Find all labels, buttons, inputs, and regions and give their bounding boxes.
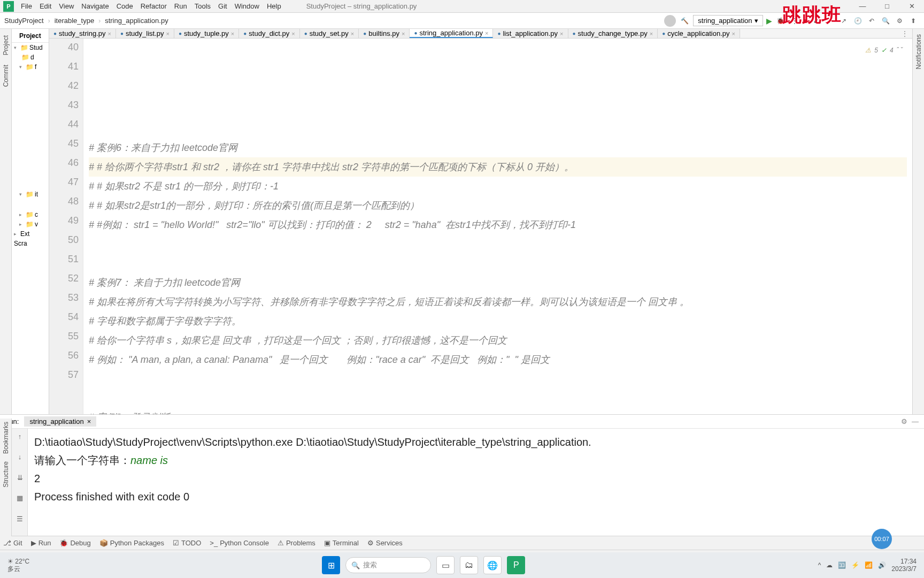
power-icon[interactable]: ⚡ <box>851 561 859 569</box>
code-line[interactable]: # 案例7： 来自于力扣 leetcode官网 <box>89 273 907 292</box>
window-close[interactable]: ✕ <box>899 0 924 13</box>
filter-icon[interactable]: ☰ <box>15 514 25 524</box>
hide-icon[interactable]: — <box>912 417 919 425</box>
hammer-icon[interactable]: 🔨 <box>679 17 690 25</box>
history-icon[interactable]: 🕘 <box>852 17 863 25</box>
code-line[interactable]: # 字母和数字都属于字母数字字符。 <box>89 311 907 331</box>
run-icon[interactable]: ▶ <box>766 17 772 25</box>
menu-tools[interactable]: Tools <box>191 2 214 10</box>
system-tray[interactable]: ^ ☁ 🈁 ⚡ 📶 🔊 17:34 2023/3/7 <box>818 558 924 573</box>
breadcrumb-folder[interactable]: iterable_type <box>50 17 98 25</box>
bottom-tool-problems[interactable]: ⚠Problems <box>278 539 315 547</box>
close-icon[interactable]: × <box>560 31 563 37</box>
weather-widget[interactable]: ☀ 22°C 多云 <box>0 558 29 573</box>
pycharm-taskbar-icon[interactable]: P <box>507 556 525 574</box>
menu-git[interactable]: Git <box>214 2 231 10</box>
tree-item[interactable]: f <box>35 63 36 71</box>
scroll-icon[interactable]: ⇊ <box>15 473 25 483</box>
inspection-status[interactable]: ⚠5 ✓4 ˆ ˇ <box>865 41 903 60</box>
close-icon[interactable]: × <box>87 417 91 425</box>
bottom-tool-services[interactable]: ⚙Services <box>367 539 403 547</box>
code-line[interactable] <box>89 369 907 389</box>
code-line[interactable]: # # 如果str2 不是 str1 的一部分，则打印：-1 <box>89 177 907 196</box>
editor-tab[interactable]: ●list_application.py× <box>493 29 568 38</box>
bottom-tool-run[interactable]: ▶Run <box>31 539 51 547</box>
code-line[interactable] <box>89 254 907 273</box>
menu-view[interactable]: View <box>55 2 78 10</box>
browser-icon[interactable]: 🌐 <box>483 556 502 574</box>
explorer-icon[interactable]: 🗂 <box>460 556 478 574</box>
nav-arrows[interactable]: ˆ ˇ <box>897 41 903 60</box>
volume-icon[interactable]: 🔊 <box>878 561 886 569</box>
bottom-tool-terminal[interactable]: ▣Terminal <box>324 539 359 547</box>
ime-icon[interactable]: 🈁 <box>838 561 846 569</box>
editor-tab[interactable]: ●study_list.py× <box>116 29 174 38</box>
code-line[interactable]: # 如果在将所有大写字符转换为小写字符、并移除所有非字母数字字符之后，短语正着读… <box>89 292 907 311</box>
code-line[interactable] <box>89 234 907 254</box>
run-console[interactable]: D:\tiaotiao\Study\StudyProject\venv\Scri… <box>28 429 924 536</box>
code-line[interactable]: # # 给你两个字符串str1 和 str2 ，请你在 str1 字符串中找出 … <box>89 157 907 177</box>
run-tab[interactable]: string_application × <box>24 416 96 427</box>
tray-chevron-icon[interactable]: ^ <box>818 561 821 569</box>
close-icon[interactable]: × <box>291 31 295 37</box>
tree-item[interactable]: v <box>35 220 38 228</box>
close-icon[interactable]: × <box>732 31 735 37</box>
taskbar-search[interactable]: 🔍 搜索 <box>345 557 431 573</box>
bottom-tool-python-console[interactable]: >_Python Console <box>210 539 269 547</box>
window-minimize[interactable]: — <box>850 0 875 13</box>
menu-file[interactable]: File <box>17 2 36 10</box>
tree-item[interactable]: Scra <box>14 240 27 247</box>
wifi-icon[interactable]: 📶 <box>865 561 873 569</box>
close-icon[interactable]: × <box>402 31 405 37</box>
avatar[interactable] <box>664 15 676 27</box>
editor-tab[interactable]: ●string_application.py× <box>410 29 493 38</box>
editor-tab[interactable]: ●cycle_application.py× <box>658 29 740 38</box>
close-icon[interactable]: × <box>485 30 488 36</box>
code-line[interactable] <box>89 389 907 408</box>
menu-edit[interactable]: Edit <box>36 2 55 10</box>
bottom-tool-debug[interactable]: 🐞Debug <box>59 539 90 547</box>
close-icon[interactable]: × <box>351 31 354 37</box>
onedrive-icon[interactable]: ☁ <box>826 561 833 569</box>
run-down-icon[interactable]: ↓ <box>15 452 25 462</box>
toolwindow-project[interactable]: Project <box>2 35 10 55</box>
menu-window[interactable]: Window <box>231 2 263 10</box>
editor-tab[interactable]: ●study_dict.py× <box>239 29 299 38</box>
editor-tab[interactable]: ●builtins.py× <box>359 29 410 38</box>
code-line[interactable]: # # 如果str2是str1的一部分，则打印：所在的索引值(而且是第一个匹配到… <box>89 196 907 215</box>
taskbar-clock[interactable]: 17:34 2023/3/7 <box>891 558 917 573</box>
code-line[interactable]: # #例如： str1 = "hello World!" str2="llo" … <box>89 215 907 234</box>
toolwindow-notifications[interactable]: Notifications <box>915 34 922 69</box>
editor-tab[interactable]: ●study_change_type.py× <box>568 29 658 38</box>
code-line[interactable]: # 给你一个字符串 s，如果它是 回文串 ，打印这是一个回文 ；否则，打印很遗憾… <box>89 331 907 350</box>
settings-icon[interactable]: ⚙ <box>894 17 905 25</box>
tree-item[interactable]: c <box>35 211 38 218</box>
editor-tab[interactable]: ●study_string.py× <box>49 29 116 38</box>
breadcrumb-project[interactable]: StudyProject <box>0 17 48 25</box>
tree-item[interactable]: Ext <box>20 230 29 238</box>
menu-refactor[interactable]: Refactor <box>137 2 171 10</box>
code-line[interactable] <box>89 119 907 138</box>
tree-item[interactable]: Stud <box>29 44 43 51</box>
editor-tab[interactable]: ●study_set.py× <box>300 29 359 38</box>
run-config-selector[interactable]: string_application ▾ <box>693 15 763 26</box>
bottom-tool-git[interactable]: ⎇Git <box>3 539 22 547</box>
close-icon[interactable]: × <box>166 31 170 37</box>
editor-tab[interactable]: ●study_tuple.py× <box>174 29 239 38</box>
menu-code[interactable]: Code <box>113 2 137 10</box>
tree-item[interactable]: d <box>30 54 34 61</box>
run-up-icon[interactable]: ↑ <box>15 432 25 442</box>
window-maximize[interactable]: □ <box>875 0 899 13</box>
layout-icon[interactable]: ▦ <box>15 493 25 503</box>
task-view-icon[interactable]: ▭ <box>436 556 455 574</box>
tree-item[interactable]: it <box>35 191 38 198</box>
code-line[interactable]: # 案例6：来自于力扣 leetcode官网 <box>89 138 907 157</box>
toolwindow-structure[interactable]: Structure <box>2 461 10 488</box>
code-line[interactable]: # 案例8：登录判断 <box>89 408 907 414</box>
toolwindow-bookmarks[interactable]: Bookmarks <box>2 422 10 454</box>
menu-navigate[interactable]: Navigate <box>78 2 112 10</box>
close-icon[interactable]: × <box>107 31 111 37</box>
start-button[interactable]: ⊞ <box>322 556 340 574</box>
search-icon[interactable]: 🔍 <box>880 17 891 25</box>
menu-help[interactable]: Help <box>263 2 285 10</box>
